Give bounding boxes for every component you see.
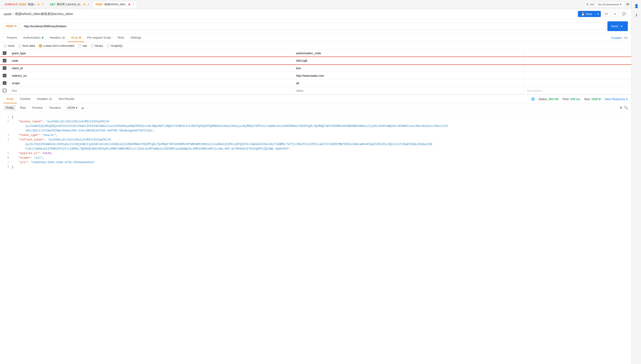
radio-raw (78, 44, 81, 48)
row-value-placeholder[interactable] (296, 89, 522, 92)
code-line: 7 "jti": "18a92e3a-5184-410d-af19-4354ad… (4, 160, 628, 165)
url-input[interactable] (21, 23, 605, 30)
resp-tab-body[interactable]: Body (4, 95, 17, 103)
conflict-badge: [CONFLICT] (5, 3, 18, 6)
row-checkbox-5[interactable] (3, 81, 6, 85)
body-type-urlencoded[interactable]: x-www-form-urlencoded (39, 44, 74, 48)
method-label: POST (6, 24, 14, 28)
row-value-1[interactable] (296, 52, 522, 55)
save-arrow[interactable]: ▾ (596, 11, 601, 17)
row-desc-placeholder: Description (527, 89, 542, 92)
method-select[interactable]: POST ▾ (4, 23, 19, 30)
cookies-link[interactable]: Cookies (611, 36, 622, 40)
row-checkbox-2[interactable] (3, 59, 6, 62)
row-key-2[interactable] (12, 59, 290, 62)
table-row (0, 72, 632, 80)
headers-badge: (9) (62, 36, 65, 39)
tab-tests[interactable]: Tests (114, 34, 127, 42)
tab-pre-request-label: Pre-request Script (87, 36, 111, 39)
sidebar-profile-icon[interactable]: 👤 (632, 2, 640, 10)
fmt-tab-raw[interactable]: Raw (18, 105, 28, 110)
new-tab-button[interactable]: + (586, 2, 589, 7)
tab-more-button[interactable]: ••• (590, 3, 594, 6)
row-checkbox-placeholder[interactable] (3, 89, 6, 92)
json-format-label: JSON (67, 106, 75, 110)
row-value-5[interactable] (296, 82, 522, 85)
filter-icon[interactable]: ⚌ (81, 106, 84, 110)
more-options-button[interactable]: ••• (603, 11, 610, 17)
copy-icon[interactable]: ⧉ (620, 106, 622, 110)
fmt-tab-pretty[interactable]: Pretty (4, 105, 16, 110)
radio-graphql (107, 44, 110, 48)
body-type-binary[interactable]: binary (91, 44, 103, 48)
code-icon[interactable]: </> (624, 36, 628, 40)
resp-tab-cookies[interactable]: Cookies (17, 95, 34, 103)
row-checkbox-4[interactable] (3, 74, 6, 78)
code-line: 5 "expires_in": 43199, (4, 151, 628, 156)
tab-title-1: 根据r... (28, 2, 36, 6)
body-type-form-data[interactable]: form-data (18, 44, 35, 48)
row-value-3[interactable] (296, 66, 522, 70)
breadcrumb: oauth / 根据refresh_token换取新的access_token (4, 12, 73, 16)
row-checkbox-3[interactable] (3, 66, 6, 70)
body-type-bar: none form-data x-www-form-urlencoded raw… (0, 42, 632, 50)
row-key-3[interactable] (12, 66, 290, 70)
breadcrumb-current: 根据refresh_token换取新的access_token (15, 12, 73, 16)
resp-tab-headers[interactable]: Headers (8) (34, 95, 55, 103)
table-row-placeholder: Description (0, 87, 632, 94)
tab-headers[interactable]: Headers (9) (46, 34, 68, 42)
tab-pre-request[interactable]: Pre-request Script (84, 34, 114, 42)
response-tabs: Body Cookies Headers (8) Test Results 🌐 … (0, 95, 632, 104)
tab-params[interactable]: Params (4, 34, 20, 42)
code-line: 3 "token_type": "bearer", (4, 133, 628, 138)
save-button[interactable]: 💾 Save ▾ (578, 11, 601, 17)
tab-2[interactable]: GET 测试带上access_to... ✕ (47, 1, 92, 8)
eye-icon[interactable]: 👁 (626, 2, 630, 6)
tab-body-label: Body (71, 36, 78, 39)
chevron-down-icon: ▾ (620, 3, 622, 6)
json-format-select[interactable]: JSON ▾ (65, 105, 80, 110)
search-icon[interactable]: 🔍 (624, 106, 628, 110)
tab-body[interactable]: Body (68, 34, 84, 42)
body-type-graphql[interactable]: GraphQL (107, 44, 123, 48)
tab-method-2: GET (50, 3, 56, 6)
environment-select[interactable]: No Environment ▾ (596, 2, 624, 7)
tab-close-1[interactable]: ✕ (42, 3, 43, 6)
row-key-1[interactable] (12, 52, 290, 55)
response-body: 1 { 2 "access_token": "eyJhbGciOiJIUzI1N… (0, 112, 632, 172)
fmt-tab-visualize[interactable]: Visualize (47, 105, 63, 110)
sidebar-info-icon[interactable]: ℹ (632, 11, 640, 19)
code-line: 4 "refresh_token": "eyJhbGciOiJIUzI1NiIs… (4, 138, 628, 151)
row-key-5[interactable] (12, 82, 290, 85)
row-value-4[interactable] (296, 74, 522, 78)
resp-tab-test-results[interactable]: Test Results (55, 95, 78, 103)
tab-dot-3 (128, 4, 130, 5)
time-label: Time: 345 ms (562, 97, 580, 101)
tab-close-2[interactable]: ✕ (88, 3, 89, 6)
body-type-raw[interactable]: raw (78, 44, 87, 48)
table-row (0, 64, 632, 72)
tab-close-3[interactable]: ✕ (132, 3, 134, 6)
body-dot (79, 37, 81, 38)
comment-button[interactable]: 💬 (620, 11, 628, 17)
send-arrow[interactable]: ▾ (619, 23, 624, 30)
row-checkbox-1[interactable] (3, 51, 6, 55)
breadcrumb-parent[interactable]: oauth (4, 12, 12, 16)
tab-method-3: POST (96, 3, 103, 6)
send-button[interactable]: Send ▾ (608, 21, 628, 31)
tab-3[interactable]: POST 根据refresh_toke... ✕ (92, 1, 137, 8)
tab-1[interactable]: [CONFLICT] POST 根据r... ✕ (2, 1, 46, 8)
tab-bar-actions: + ••• No Environment ▾ 👁 (586, 2, 630, 7)
row-value-2[interactable] (296, 59, 522, 62)
save-response-button[interactable]: Save Response ▾ (604, 97, 628, 101)
tab-settings[interactable]: Settings (127, 34, 144, 42)
fmt-tab-preview[interactable]: Preview (30, 105, 45, 110)
size-label: Size: 1020 B (584, 97, 601, 101)
edit-button[interactable]: ✏ (612, 11, 618, 17)
radio-binary (91, 44, 94, 48)
code-line: 2 "access_token": "eyJhbGciOiJIUzI1NiIsI… (4, 119, 628, 133)
body-type-none[interactable]: none (4, 44, 14, 48)
row-key-placeholder[interactable] (12, 89, 290, 92)
row-key-4[interactable] (12, 74, 290, 78)
tab-authorization[interactable]: Authorization (20, 34, 46, 42)
